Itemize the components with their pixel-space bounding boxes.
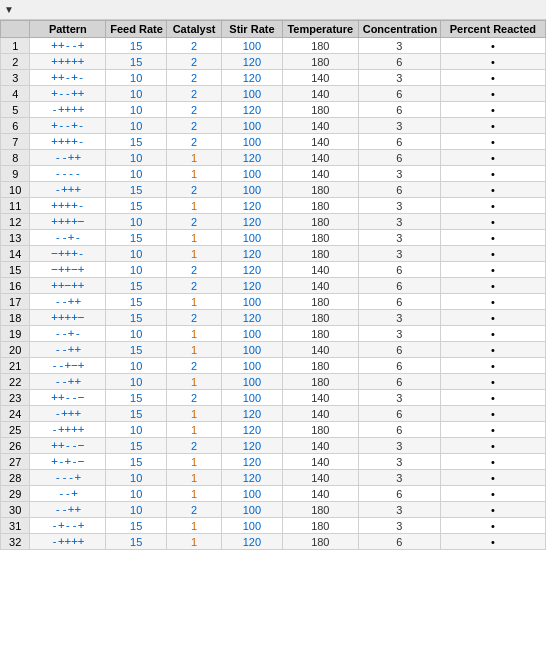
cell-feedrate: 15 [106, 438, 167, 454]
cell-concentration: 3 [358, 166, 440, 182]
col-header-num [1, 21, 30, 38]
cell-rownum: 16 [1, 278, 30, 294]
cell-rownum: 14 [1, 246, 30, 262]
cell-rownum: 21 [1, 358, 30, 374]
cell-feedrate: 10 [106, 246, 167, 262]
cell-temperature: 180 [282, 534, 358, 550]
cell-stirrate: 100 [221, 118, 282, 134]
cell-stirrate: 100 [221, 390, 282, 406]
cell-catalyst: 2 [167, 438, 222, 454]
cell-concentration: 6 [358, 422, 440, 438]
cell-concentration: 6 [358, 150, 440, 166]
cell-catalyst: 2 [167, 102, 222, 118]
cell-pctreacted: • [440, 198, 545, 214]
cell-rownum: 23 [1, 390, 30, 406]
table-row: 22--++1011001806• [1, 374, 546, 390]
cell-pattern: --++ [30, 374, 106, 390]
cell-pctreacted: • [440, 262, 545, 278]
cell-stirrate: 100 [221, 358, 282, 374]
cell-feedrate: 10 [106, 118, 167, 134]
cell-catalyst: 2 [167, 54, 222, 70]
cell-stirrate: 100 [221, 326, 282, 342]
cell-pattern: ---- [30, 166, 106, 182]
cell-pctreacted: • [440, 54, 545, 70]
cell-feedrate: 15 [106, 534, 167, 550]
header-row: Pattern Feed Rate Catalyst Stir Rate Tem… [1, 21, 546, 38]
cell-temperature: 180 [282, 246, 358, 262]
cell-concentration: 6 [358, 262, 440, 278]
cell-pattern: ++++- [30, 134, 106, 150]
cell-catalyst: 2 [167, 182, 222, 198]
cell-rownum: 1 [1, 38, 30, 54]
cell-stirrate: 100 [221, 166, 282, 182]
cell-concentration: 6 [358, 294, 440, 310]
cell-concentration: 6 [358, 134, 440, 150]
cell-feedrate: 10 [106, 486, 167, 502]
col-header-concentration[interactable]: Concentration [358, 21, 440, 38]
cell-concentration: 3 [358, 518, 440, 534]
col-header-temperature[interactable]: Temperature [282, 21, 358, 38]
cell-feedrate: 15 [106, 134, 167, 150]
col-header-catalyst[interactable]: Catalyst [167, 21, 222, 38]
table-row: 17--++1511001806• [1, 294, 546, 310]
cell-pattern: --++ [30, 342, 106, 358]
cell-feedrate: 10 [106, 262, 167, 278]
cell-rownum: 28 [1, 470, 30, 486]
cell-temperature: 180 [282, 518, 358, 534]
cell-catalyst: 1 [167, 294, 222, 310]
cell-stirrate: 100 [221, 230, 282, 246]
cell-pattern: -++++ [30, 422, 106, 438]
cell-stirrate: 100 [221, 86, 282, 102]
table-row: 28---+1011201403• [1, 470, 546, 486]
cell-feedrate: 10 [106, 214, 167, 230]
cell-stirrate: 100 [221, 182, 282, 198]
cell-feedrate: 10 [106, 326, 167, 342]
cell-rownum: 19 [1, 326, 30, 342]
cell-catalyst: 1 [167, 406, 222, 422]
cell-pattern: +-+-− [30, 454, 106, 470]
cell-pctreacted: • [440, 390, 545, 406]
cell-pctreacted: • [440, 374, 545, 390]
table-row: 29--+1011001406• [1, 486, 546, 502]
cell-stirrate: 100 [221, 486, 282, 502]
cell-rownum: 17 [1, 294, 30, 310]
cell-temperature: 140 [282, 406, 358, 422]
cell-feedrate: 10 [106, 502, 167, 518]
cell-catalyst: 2 [167, 278, 222, 294]
cell-catalyst: 1 [167, 486, 222, 502]
table-row: 21--+−+1021001806• [1, 358, 546, 374]
cell-temperature: 140 [282, 86, 358, 102]
cell-feedrate: 10 [106, 86, 167, 102]
cell-rownum: 9 [1, 166, 30, 182]
cell-feedrate: 15 [106, 342, 167, 358]
cell-feedrate: 10 [106, 166, 167, 182]
cell-pattern: --+- [30, 230, 106, 246]
col-header-stirrate[interactable]: Stir Rate [221, 21, 282, 38]
cell-temperature: 180 [282, 326, 358, 342]
cell-temperature: 140 [282, 486, 358, 502]
cell-temperature: 180 [282, 214, 358, 230]
cell-concentration: 3 [358, 230, 440, 246]
cell-catalyst: 2 [167, 118, 222, 134]
col-header-feedrate[interactable]: Feed Rate [106, 21, 167, 38]
cell-temperature: 180 [282, 374, 358, 390]
cell-rownum: 2 [1, 54, 30, 70]
cell-stirrate: 120 [221, 54, 282, 70]
cell-feedrate: 15 [106, 454, 167, 470]
cell-concentration: 3 [358, 310, 440, 326]
cell-feedrate: 10 [106, 70, 167, 86]
cell-temperature: 140 [282, 118, 358, 134]
table-row: 7++++-1521001406• [1, 134, 546, 150]
cell-rownum: 12 [1, 214, 30, 230]
cell-concentration: 3 [358, 118, 440, 134]
cell-catalyst: 1 [167, 246, 222, 262]
menu-icon[interactable]: ▼ [4, 4, 14, 15]
table-row: 6+--+-1021001403• [1, 118, 546, 134]
col-header-pctreacted[interactable]: Percent Reacted [440, 21, 545, 38]
cell-pattern: -++++ [30, 534, 106, 550]
table-row: 8--++1011201406• [1, 150, 546, 166]
col-header-pattern[interactable]: Pattern [30, 21, 106, 38]
cell-temperature: 180 [282, 182, 358, 198]
cell-temperature: 140 [282, 150, 358, 166]
cell-stirrate: 100 [221, 502, 282, 518]
